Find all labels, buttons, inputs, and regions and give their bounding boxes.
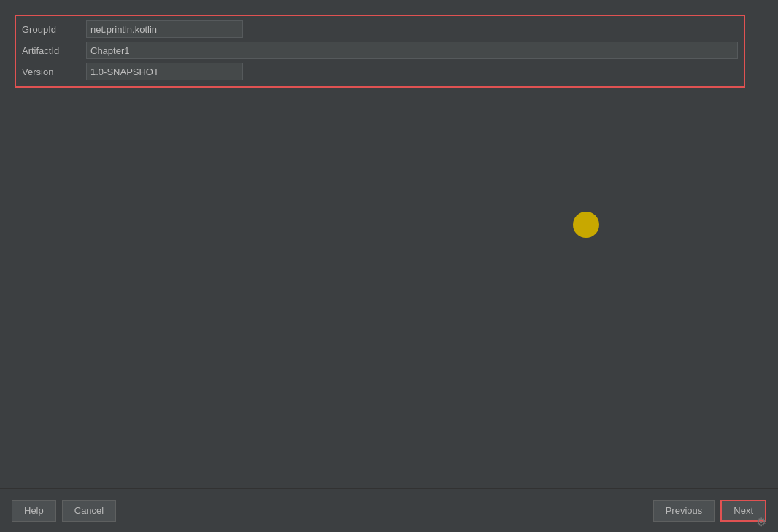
bottom-left-actions: Help Cancel: [12, 500, 116, 522]
version-input[interactable]: [86, 63, 243, 80]
bottom-bar: Help Cancel Previous Next: [0, 488, 778, 532]
artifactid-label: ArtifactId: [22, 45, 86, 56]
groupid-label: GroupId: [22, 24, 86, 35]
help-button[interactable]: Help: [12, 500, 56, 522]
settings-icon: ⚙: [756, 515, 766, 529]
cancel-button[interactable]: Cancel: [62, 500, 116, 522]
main-content: GroupId ArtifactId Version: [0, 0, 778, 488]
bottom-right-actions: Previous Next: [653, 500, 766, 522]
groupid-row: GroupId: [22, 20, 738, 38]
artifactid-row: ArtifactId: [22, 42, 738, 59]
loading-spinner: [573, 212, 599, 238]
version-row: Version: [22, 63, 738, 80]
groupid-input[interactable]: [86, 20, 243, 38]
previous-button[interactable]: Previous: [653, 500, 715, 522]
form-fields: GroupId ArtifactId Version: [22, 20, 738, 80]
version-label: Version: [22, 66, 86, 77]
artifactid-input[interactable]: [86, 42, 738, 59]
spinner-circle: [573, 212, 599, 238]
form-container: GroupId ArtifactId Version: [15, 15, 745, 88]
